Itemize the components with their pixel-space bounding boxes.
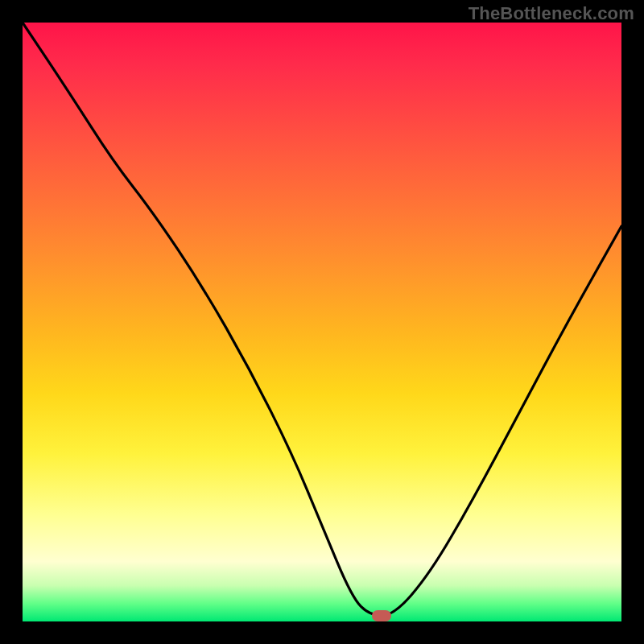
bottleneck-curve bbox=[23, 23, 621, 621]
curve-path bbox=[23, 23, 621, 616]
chart-frame: TheBottleneck.com bbox=[0, 0, 644, 644]
optimal-point-marker bbox=[372, 610, 391, 621]
plot-area bbox=[23, 23, 621, 621]
watermark-text: TheBottleneck.com bbox=[469, 3, 634, 24]
